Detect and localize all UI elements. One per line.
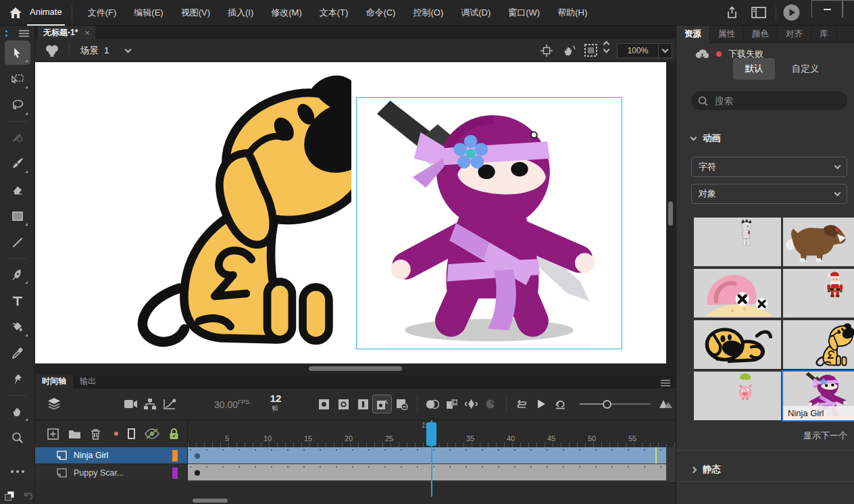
- menu-commands[interactable]: 命令(C): [357, 0, 404, 26]
- new-folder-icon[interactable]: [68, 429, 81, 439]
- menu-window[interactable]: 窗口(W): [499, 0, 549, 26]
- test-movie-icon[interactable]: [782, 3, 801, 22]
- character-dropdown[interactable]: 字符: [691, 157, 847, 177]
- section-animated[interactable]: 动画: [691, 132, 721, 145]
- zoom-tool[interactable]: [5, 426, 30, 450]
- current-frame-value[interactable]: 12帧: [270, 393, 289, 416]
- blank-keyframe-icon[interactable]: [334, 395, 353, 413]
- asset-thumb-pig-parachute[interactable]: [694, 372, 781, 420]
- asset-warp-tool[interactable]: [5, 368, 30, 392]
- document-tab[interactable]: 无标题-1* ×: [38, 26, 95, 39]
- menu-file[interactable]: 文件(F): [79, 0, 126, 26]
- section-static[interactable]: 静态: [691, 463, 721, 476]
- asset-thumb-snail[interactable]: [694, 269, 781, 318]
- asset-thumb-ninja-girl[interactable]: Ninja Girl: [783, 372, 854, 420]
- menu-debug[interactable]: 调试(D): [452, 0, 499, 26]
- asset-thumb-mummy[interactable]: [694, 218, 781, 266]
- center-stage-icon[interactable]: [541, 45, 553, 57]
- tab-color[interactable]: 颜色: [744, 26, 778, 43]
- scene-dropdown-icon[interactable]: [124, 46, 131, 53]
- menu-edit[interactable]: 编辑(E): [125, 0, 172, 26]
- edit-multiple-frames-icon[interactable]: [443, 395, 462, 413]
- mode-custom-button[interactable]: 自定义: [784, 58, 826, 80]
- camera-icon[interactable]: [121, 395, 141, 413]
- layer-parenting-icon[interactable]: [141, 395, 160, 413]
- menu-text[interactable]: 文本(T): [311, 0, 357, 26]
- subselection-tool[interactable]: [5, 67, 30, 91]
- layer-color-swatch[interactable]: [172, 468, 178, 479]
- search-box[interactable]: [691, 91, 847, 110]
- more-tools-icon[interactable]: [5, 459, 30, 484]
- stage-canvas[interactable]: [35, 62, 666, 363]
- graph-editor-icon[interactable]: [159, 395, 179, 413]
- hand-tool[interactable]: [5, 399, 30, 424]
- layer-color-swatch[interactable]: [172, 450, 178, 461]
- fps-value[interactable]: 30.00FPS: [214, 399, 250, 410]
- share-icon[interactable]: [724, 5, 739, 20]
- create-tween-icon[interactable]: [462, 395, 482, 413]
- lock-layers-icon[interactable]: [169, 428, 179, 440]
- layer-row-ninja-girl[interactable]: Ninja Girl: [35, 447, 187, 464]
- rewind-icon[interactable]: [551, 395, 571, 413]
- swap-colors-icon[interactable]: [4, 490, 15, 501]
- hide-layers-icon[interactable]: [145, 428, 159, 439]
- tab-output[interactable]: 输出: [73, 374, 103, 388]
- outline-mode-icon[interactable]: [128, 428, 135, 439]
- tab-timeline[interactable]: 时间轴: [35, 374, 73, 388]
- ninja-artwork[interactable]: [357, 98, 622, 349]
- fit-timeline-icon[interactable]: [656, 395, 676, 413]
- menu-control[interactable]: 控制(O): [404, 0, 452, 26]
- classic-brush-tool[interactable]: [5, 151, 30, 176]
- menu-view[interactable]: 视图(V): [172, 0, 219, 26]
- lasso-tool[interactable]: [5, 93, 30, 118]
- asset-thumb-wolf[interactable]: [783, 218, 854, 266]
- stage-vertical-scrollbar[interactable]: [668, 201, 673, 226]
- tab-align[interactable]: 对齐: [778, 26, 811, 43]
- asset-thumb-puppy-lying[interactable]: [694, 320, 781, 369]
- keyframe-dot[interactable]: [195, 453, 200, 459]
- tab-close-icon[interactable]: ×: [84, 28, 90, 38]
- menu-insert[interactable]: 插入(I): [219, 0, 262, 26]
- eraser-tool[interactable]: [5, 178, 30, 202]
- fluid-brush-tool[interactable]: [5, 125, 30, 149]
- rotate-hand-icon[interactable]: [562, 44, 576, 57]
- menu-help[interactable]: 帮助(H): [549, 0, 596, 26]
- home-icon[interactable]: [8, 5, 23, 20]
- zoom-stepper[interactable]: [604, 42, 609, 52]
- restore-button[interactable]: [843, 0, 854, 18]
- rectangle-tool[interactable]: [5, 204, 30, 228]
- search-input[interactable]: [713, 95, 828, 107]
- mode-default-button[interactable]: 默认: [733, 58, 775, 80]
- keyframe-dot[interactable]: [195, 470, 200, 476]
- auto-keyframe-icon[interactable]: A: [372, 395, 392, 413]
- loop-icon[interactable]: [512, 395, 532, 413]
- layer-row-puppy-scared[interactable]: Puppy Scar...: [35, 465, 187, 482]
- highlight-dot-icon[interactable]: [114, 432, 118, 436]
- text-tool[interactable]: [5, 288, 30, 313]
- keyframe-icon[interactable]: [314, 395, 334, 413]
- tab-library[interactable]: 库: [811, 26, 837, 43]
- toolbar-menu-icon[interactable]: [19, 30, 29, 37]
- frame-span-puppy[interactable]: [188, 464, 666, 480]
- asset-thumb-santa[interactable]: [783, 269, 854, 318]
- frame-span-ninja[interactable]: [188, 447, 666, 463]
- cloud-download-icon[interactable]: [695, 48, 709, 60]
- puppy-artwork[interactable]: [115, 64, 351, 355]
- app-title[interactable]: Animate: [27, 0, 65, 26]
- object-dropdown[interactable]: 对象: [691, 184, 847, 204]
- paint-bucket-tool[interactable]: [5, 315, 30, 339]
- tab-assets[interactable]: 资源: [676, 26, 710, 43]
- selection-bounding-box[interactable]: [356, 97, 622, 349]
- timeline-zoom-slider[interactable]: [580, 400, 651, 409]
- timeline-horizontal-scrollbar[interactable]: [193, 499, 228, 503]
- scene-clapper-icon[interactable]: [45, 44, 59, 57]
- layers-stack-icon[interactable]: [45, 395, 64, 413]
- onion-skin-icon[interactable]: [423, 395, 443, 413]
- zoom-dropdown-icon[interactable]: [659, 43, 672, 58]
- asset-thumb-puppy-sitting[interactable]: [783, 320, 854, 369]
- stage-horizontal-scrollbar[interactable]: [309, 366, 402, 371]
- play-button[interactable]: [532, 395, 551, 413]
- remove-frame-icon[interactable]: [392, 395, 411, 413]
- pen-tool[interactable]: [5, 262, 30, 286]
- timeline-panel-menu-icon[interactable]: [661, 380, 670, 388]
